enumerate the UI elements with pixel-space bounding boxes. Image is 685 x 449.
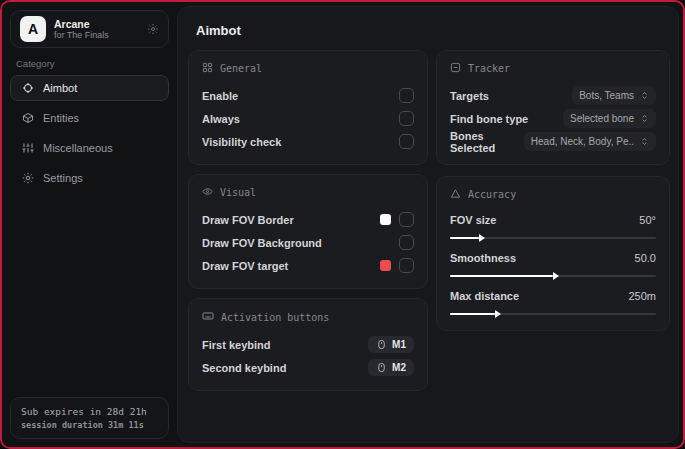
activation-card: Activation buttons First keybind M1 Seco… (188, 298, 428, 391)
category-label: Category (16, 58, 177, 69)
card-header-label: Activation buttons (221, 312, 329, 323)
gear-icon (21, 172, 34, 184)
mouse-icon (376, 339, 387, 350)
sidebar-item-label: Entities (43, 112, 79, 124)
subscription-card: Sub expires in 28d 21h session duration … (10, 397, 169, 439)
card-header-label: Visual (220, 187, 256, 198)
sidebar-item-label: Aimbot (43, 82, 77, 94)
sidebar-item-label: Miscellaneous (43, 142, 113, 154)
fov-border-color-swatch[interactable] (380, 214, 391, 225)
card-header-label: Accuracy (468, 189, 516, 200)
setting-row-smoothness: Smoothness 50.0 (450, 248, 656, 277)
chevron-up-down-icon (640, 137, 649, 146)
setting-row-fov-border: Draw FOV Border (202, 208, 414, 231)
brand-title: Arcane (54, 18, 139, 30)
chevron-up-down-icon (640, 91, 649, 100)
setting-row-fov-background: Draw FOV Background (202, 231, 414, 254)
setting-row-visibility-check: Visibility check (202, 130, 414, 153)
slider-thumb[interactable] (553, 272, 559, 280)
sidebar-item-entities[interactable]: Entities (10, 105, 169, 131)
setting-row-max-distance: Max distance 250m (450, 286, 656, 315)
second-keybind-button[interactable]: M2 (368, 359, 414, 376)
targets-dropdown[interactable]: Bots, Teams (572, 86, 656, 105)
sub-expiry-text: Sub expires in 28d 21h (21, 406, 158, 417)
brand-card: A Arcane for The Finals (10, 10, 169, 48)
crosshair-icon (21, 82, 34, 94)
max-distance-value: 250m (628, 290, 656, 302)
tracker-card: Tracker Targets Bots, Teams Find bone ty… (436, 50, 670, 165)
fov-target-checkbox[interactable] (399, 258, 414, 273)
enable-checkbox[interactable] (399, 88, 414, 103)
fov-size-slider[interactable] (450, 237, 656, 239)
always-checkbox[interactable] (399, 111, 414, 126)
sidebar-item-miscellaneous[interactable]: Miscellaneous (10, 135, 169, 161)
fov-border-checkbox[interactable] (399, 212, 414, 227)
visibility-check-checkbox[interactable] (399, 134, 414, 149)
smoothness-slider[interactable] (450, 275, 656, 277)
main-panel: Aimbot General Enable (177, 6, 679, 443)
fov-background-checkbox[interactable] (399, 235, 414, 250)
fov-size-value: 50° (639, 214, 656, 226)
grid-icon (202, 62, 213, 75)
setting-row-enable: Enable (202, 84, 414, 107)
first-keybind-button[interactable]: M1 (368, 336, 414, 353)
smoothness-value: 50.0 (635, 252, 656, 264)
bones-selected-dropdown[interactable]: Head, Neck, Body, Pe.. (524, 132, 656, 151)
triangle-icon (450, 188, 461, 201)
sidebar-menu: Aimbot Entities Miscellaneous (2, 75, 177, 191)
scan-icon (450, 62, 461, 75)
keyboard-icon (202, 310, 214, 324)
cube-icon (21, 112, 34, 124)
setting-row-second-keybind: Second keybind M2 (202, 356, 414, 379)
setting-row-always: Always (202, 107, 414, 130)
chevron-up-down-icon (640, 114, 649, 123)
page-title: Aimbot (196, 23, 670, 38)
sidebar-item-settings[interactable]: Settings (10, 165, 169, 191)
max-distance-slider[interactable] (450, 313, 656, 315)
brand-subtitle: for The Finals (54, 30, 139, 40)
visual-card: Visual Draw FOV Border Draw FOV Backgrou… (188, 174, 428, 289)
card-header-label: General (220, 63, 262, 74)
setting-row-first-keybind: First keybind M1 (202, 333, 414, 356)
gear-icon[interactable] (147, 23, 159, 35)
setting-row-fov-target: Draw FOV target (202, 254, 414, 277)
sliders-icon (21, 142, 34, 154)
sidebar-item-label: Settings (43, 172, 83, 184)
slider-thumb[interactable] (495, 310, 501, 318)
setting-row-find-bone-type: Find bone type Selected bone (450, 107, 656, 130)
sidebar: A Arcane for The Finals Category (2, 2, 177, 447)
eye-icon (202, 186, 213, 199)
card-header-label: Tracker (468, 63, 510, 74)
setting-row-fov-size: FOV size 50° (450, 210, 656, 239)
sidebar-item-aimbot[interactable]: Aimbot (10, 75, 169, 101)
fov-target-color-swatch[interactable] (380, 260, 391, 271)
general-card: General Enable Always Visibility check (188, 50, 428, 165)
slider-thumb[interactable] (479, 234, 485, 242)
find-bone-type-dropdown[interactable]: Selected bone (563, 109, 656, 128)
app-window: A Arcane for The Finals Category (0, 0, 685, 449)
brand-logo: A (20, 16, 46, 42)
setting-row-bones-selected: Bones Selected Head, Neck, Body, Pe.. (450, 130, 656, 153)
session-duration-text: session duration 31m 11s (21, 420, 158, 430)
accuracy-card: Accuracy FOV size 50° Smoothness (436, 176, 670, 331)
setting-row-targets: Targets Bots, Teams (450, 84, 656, 107)
mouse-icon (376, 362, 387, 373)
